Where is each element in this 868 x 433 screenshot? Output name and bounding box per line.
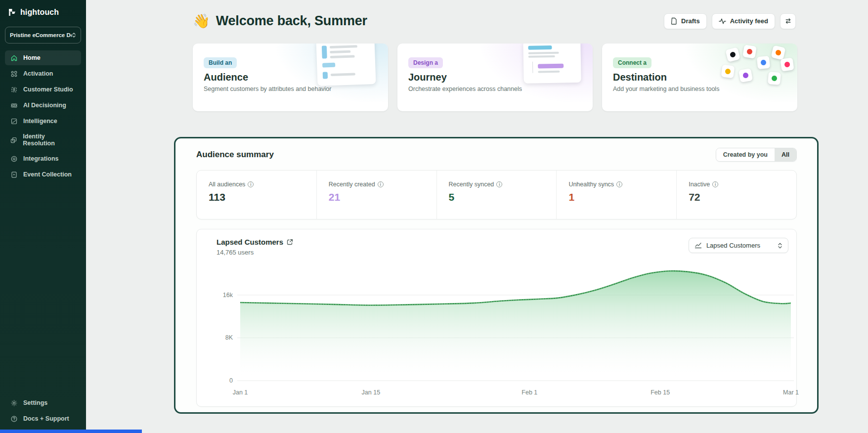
sidebar-item-ai-decisioning[interactable]: AI Decisioning — [5, 98, 81, 113]
audience-summary-title: Audience summary — [196, 150, 274, 160]
build-audience-card[interactable]: Build an Audience Segment customers by a… — [193, 43, 388, 111]
svg-text:8K: 8K — [225, 334, 233, 341]
audience-card-description: Segment customers by attributes and beha… — [204, 86, 331, 92]
stat-recently-created: Recently createdi 21 — [316, 171, 436, 219]
chart-title-link[interactable]: Lapsed Customers — [217, 238, 293, 246]
sidebar-item-intelligence[interactable]: Intelligence — [5, 114, 81, 129]
stat-value: 5 — [449, 191, 557, 203]
info-icon[interactable]: i — [712, 181, 718, 187]
sidebar: hightouch Pristine eCommerce De… Home Ac… — [0, 0, 86, 433]
sidebar-item-label: Identity Resolution — [23, 133, 76, 147]
greeting-text: Welcome back, Summer — [216, 13, 367, 29]
svg-text:Feb 1: Feb 1 — [521, 389, 537, 396]
sidebar-item-activation[interactable]: Activation — [5, 66, 81, 81]
sidebar-item-customer-studio[interactable]: Customer Studio — [5, 82, 81, 97]
stat-value: 72 — [689, 191, 796, 203]
filter-created-by-you[interactable]: Created by you — [716, 148, 775, 161]
sidebar-item-label: Docs + Support — [23, 415, 69, 422]
audience-card-title: Audience — [204, 72, 331, 83]
info-icon[interactable]: i — [248, 181, 254, 187]
chevron-updown-icon — [778, 242, 782, 249]
sidebar-item-label: Intelligence — [23, 118, 57, 125]
sidebar-item-label: Customer Studio — [23, 86, 73, 93]
promo-cards-row: Build an Audience Segment customers by a… — [193, 43, 798, 111]
sidebar-item-home[interactable]: Home — [5, 50, 81, 65]
ai-decisioning-icon — [10, 101, 18, 109]
info-icon[interactable]: i — [378, 181, 384, 187]
sidebar-item-docs-support[interactable]: Docs + Support — [5, 411, 81, 426]
intelligence-icon — [10, 117, 18, 125]
help-icon — [10, 415, 18, 423]
workspace-name: Pristine eCommerce De… — [10, 32, 72, 38]
activity-icon — [719, 18, 726, 25]
connect-destination-card[interactable]: Connect a Destination Add your marketing… — [602, 43, 797, 111]
identity-resolution-icon — [10, 136, 17, 144]
area-chart: 08K16kJan 1Jan 15Feb 1Feb 15Mar 1 — [217, 257, 788, 403]
event-collection-icon — [10, 171, 18, 178]
journey-card-description: Orchestrate experiences across channels — [408, 86, 522, 92]
audience-filter-toggle: Created by you All — [716, 148, 797, 162]
info-icon[interactable]: i — [496, 181, 502, 187]
topbar: 👋 Welcome back, Summer Drafts Activity f… — [193, 13, 796, 29]
logo-text: hightouch — [20, 8, 59, 17]
design-journey-card[interactable]: Design a Journey Orchestrate experiences… — [397, 43, 593, 111]
swap-button[interactable] — [780, 13, 796, 29]
activity-feed-button[interactable]: Activity feed — [712, 13, 775, 29]
integrations-icon — [10, 155, 18, 163]
page-title: 👋 Welcome back, Summer — [193, 13, 367, 29]
gear-icon — [10, 399, 18, 407]
bottom-blue-strip — [0, 430, 142, 433]
svg-text:Mar 1: Mar 1 — [783, 389, 799, 396]
sidebar-item-label: Integrations — [23, 155, 59, 162]
svg-text:Jan 15: Jan 15 — [362, 389, 381, 396]
destination-card-description: Add your marketing and business tools — [613, 86, 719, 92]
sidebar-item-event-collection[interactable]: Event Collection — [5, 167, 81, 182]
sidebar-item-label: Event Collection — [23, 171, 72, 178]
sidebar-footer: Settings Docs + Support — [0, 395, 86, 433]
stat-value: 1 — [568, 191, 676, 203]
sidebar-item-integrations[interactable]: Integrations — [5, 151, 81, 166]
chevron-updown-icon — [72, 32, 76, 39]
metric-selector[interactable]: Lapsed Customers — [689, 238, 788, 253]
sidebar-nav: Home Activation Customer Studio AI Decis… — [0, 50, 86, 182]
destination-card-title: Destination — [613, 72, 719, 83]
stat-all-audiences: All audiencesi 113 — [197, 171, 316, 219]
main-content: 👋 Welcome back, Summer Drafts Activity f… — [86, 0, 868, 433]
hightouch-logo: hightouch — [0, 0, 86, 23]
stat-unhealthy-syncs: Unhealthy syncsi 1 — [556, 171, 676, 219]
metric-selector-value: Lapsed Customers — [706, 242, 760, 249]
line-chart-icon — [694, 242, 702, 249]
external-link-icon — [287, 239, 293, 245]
sidebar-item-settings[interactable]: Settings — [5, 395, 81, 410]
swap-arrows-icon — [784, 18, 792, 24]
drafts-button[interactable]: Drafts — [664, 13, 707, 29]
lapsed-customers-chart-card: Lapsed Customers 14,765 users Lapsed Cus… — [196, 229, 797, 407]
top-actions: Drafts Activity feed — [664, 13, 796, 29]
sidebar-item-identity-resolution[interactable]: Identity Resolution — [5, 130, 81, 150]
sidebar-item-label: Home — [23, 54, 41, 61]
document-icon — [671, 17, 677, 25]
audience-summary-panel: Audience summary Created by you All All … — [174, 137, 819, 414]
svg-text:Feb 15: Feb 15 — [651, 389, 670, 396]
build-an-badge: Build an — [204, 57, 237, 68]
stat-inactive: Inactivei 72 — [676, 171, 796, 219]
lapsed-customers-area-chart: 08K16kJan 1Jan 15Feb 1Feb 15Mar 1 — [217, 257, 805, 401]
stat-recently-synced: Recently syncedi 5 — [436, 171, 557, 219]
workspace-selector[interactable]: Pristine eCommerce De… — [5, 27, 81, 43]
stat-value: 21 — [329, 191, 436, 203]
info-icon[interactable]: i — [616, 181, 622, 187]
stat-value: 113 — [209, 191, 316, 203]
hightouch-logo-icon — [8, 8, 17, 16]
connect-a-badge: Connect a — [613, 57, 651, 68]
svg-text:0: 0 — [229, 377, 233, 384]
sidebar-item-label: AI Decisioning — [23, 102, 66, 109]
sidebar-item-label: Settings — [23, 399, 47, 406]
sidebar-item-label: Activation — [23, 70, 53, 77]
journey-card-title: Journey — [408, 72, 522, 83]
filter-all[interactable]: All — [775, 148, 796, 161]
design-a-badge: Design a — [408, 57, 443, 68]
customer-studio-icon — [10, 86, 18, 93]
activation-icon — [10, 70, 18, 78]
audience-stats-card: All audiencesi 113 Recently createdi 21 … — [196, 170, 797, 219]
home-icon — [10, 54, 18, 62]
